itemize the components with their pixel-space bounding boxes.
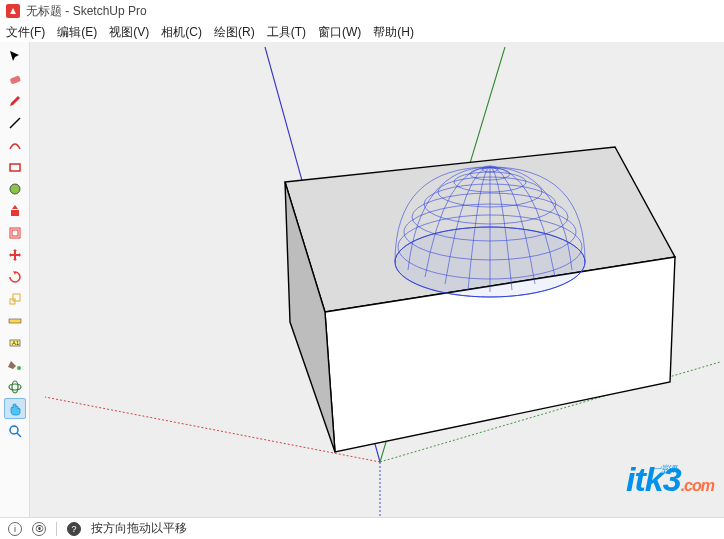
pan-tool[interactable] (4, 398, 26, 419)
toolbar: A1 (0, 42, 30, 517)
paint-tool[interactable] (4, 354, 26, 375)
menu-edit[interactable]: 编辑(E) (57, 24, 97, 41)
offset-tool[interactable] (4, 222, 26, 243)
rectangle-tool[interactable] (4, 156, 26, 177)
menu-help[interactable]: 帮助(H) (373, 24, 414, 41)
svg-point-35 (395, 227, 585, 297)
svg-point-13 (9, 384, 21, 390)
pencil-tool[interactable] (4, 90, 26, 111)
menubar: 文件(F) 编辑(E) 视图(V) 相机(C) 绘图(R) 工具(T) 窗口(W… (0, 22, 724, 42)
pushpull-tool[interactable] (4, 200, 26, 221)
svg-rect-2 (10, 164, 20, 171)
text-tool[interactable]: A1 (4, 332, 26, 353)
svg-point-14 (12, 381, 18, 393)
orbit-tool[interactable] (4, 376, 26, 397)
svg-rect-4 (11, 210, 19, 216)
svg-point-12 (17, 366, 21, 370)
select-tool[interactable] (4, 46, 26, 67)
menu-tools[interactable]: 工具(T) (267, 24, 306, 41)
titlebar: 无标题 - SketchUp Pro (0, 0, 724, 22)
svg-line-16 (17, 433, 21, 437)
main-area: A1 (0, 42, 724, 517)
svg-text:A1: A1 (12, 340, 20, 346)
rotate-tool[interactable] (4, 266, 26, 287)
svg-rect-0 (9, 75, 20, 84)
menu-view[interactable]: 视图(V) (109, 24, 149, 41)
menu-file[interactable]: 文件(F) (6, 24, 45, 41)
menu-draw[interactable]: 绘图(R) (214, 24, 255, 41)
arc-tool[interactable] (4, 134, 26, 155)
eraser-tool[interactable] (4, 68, 26, 89)
svg-rect-8 (13, 294, 20, 301)
svg-line-1 (10, 118, 20, 128)
line-tool[interactable] (4, 112, 26, 133)
svg-point-15 (10, 426, 18, 434)
app-icon (6, 4, 20, 18)
scale-tool[interactable] (4, 288, 26, 309)
tape-tool[interactable] (4, 310, 26, 331)
help-icon[interactable]: ? (67, 522, 81, 536)
move-tool[interactable] (4, 244, 26, 265)
circle-tool[interactable] (4, 178, 26, 199)
zoom-tool[interactable] (4, 420, 26, 441)
status-hint: 按方向拖动以平移 (91, 520, 187, 537)
divider (56, 522, 57, 536)
svg-rect-9 (9, 319, 21, 323)
info-icon[interactable]: i (8, 522, 22, 536)
svg-rect-6 (12, 230, 18, 236)
geo-icon[interactable]: ⦿ (32, 522, 46, 536)
svg-point-3 (10, 184, 20, 194)
menu-camera[interactable]: 相机(C) (161, 24, 202, 41)
window-title: 无标题 - SketchUp Pro (26, 3, 147, 20)
viewport[interactable]: 一堂课 itk3.com (30, 42, 724, 517)
statusbar: i ⦿ ? 按方向拖动以平移 (0, 517, 724, 539)
menu-window[interactable]: 窗口(W) (318, 24, 361, 41)
